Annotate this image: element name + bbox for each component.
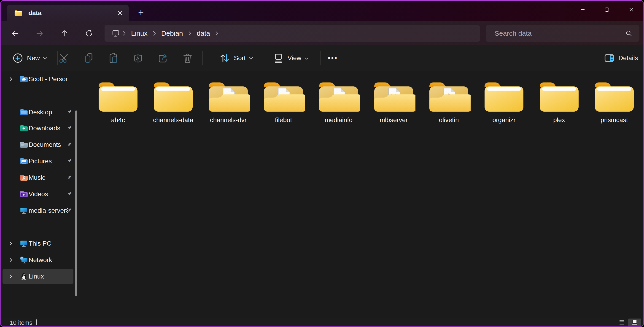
tab-title: data xyxy=(28,9,42,17)
new-tab-button[interactable]: + xyxy=(134,5,148,20)
chevron-down-icon xyxy=(304,57,308,59)
details-view-button[interactable] xyxy=(616,319,628,326)
sidebar-item-documents[interactable]: Documents xyxy=(2,137,74,152)
search-icon[interactable] xyxy=(625,30,632,37)
sidebar-section-divider xyxy=(11,227,72,227)
close-icon[interactable]: ✕ xyxy=(112,5,128,21)
chevron-right-icon[interactable] xyxy=(188,31,192,36)
arrow-up-icon xyxy=(60,29,68,37)
rename-button[interactable]: A xyxy=(130,45,146,71)
view-toggles xyxy=(616,318,641,327)
more-options-button[interactable]: ••• xyxy=(324,45,342,71)
sidebar-item-label: Documents xyxy=(28,141,61,148)
sidebar-item-videos[interactable]: Videos xyxy=(2,187,74,201)
details-pane-icon xyxy=(603,52,615,64)
folder-icon xyxy=(152,79,195,114)
folder-icon xyxy=(317,79,360,114)
folder-tile[interactable]: channels-data xyxy=(148,79,198,133)
sidebar-item-this-pc[interactable]: This PC xyxy=(2,236,74,251)
close-button[interactable] xyxy=(619,1,643,18)
downloads-folder-icon xyxy=(20,124,28,132)
status-divider xyxy=(36,320,37,325)
folder-tile[interactable]: olivetin xyxy=(424,79,474,133)
breadcrumb[interactable]: Linux Debian data xyxy=(104,25,480,42)
navigation-pane: Scott - Personal Desktop Downloads xyxy=(1,71,82,320)
maximize-button[interactable] xyxy=(595,1,619,18)
files-area[interactable]: ah4c xyxy=(82,71,644,320)
chevron-right-icon[interactable] xyxy=(8,274,13,279)
tab-data[interactable]: data ✕ xyxy=(7,5,129,21)
folder-tile[interactable]: mlbserver xyxy=(368,79,419,133)
breadcrumb-item-linux[interactable]: Linux xyxy=(131,29,148,37)
folder-tile[interactable]: ah4c xyxy=(93,79,143,133)
forward-button[interactable] xyxy=(32,25,48,41)
pin-icon xyxy=(66,125,72,132)
chevron-right-icon xyxy=(122,31,126,36)
documents-folder-icon xyxy=(20,141,28,149)
folder-name: ah4c xyxy=(111,116,125,124)
folder-tile[interactable]: mediainfo xyxy=(314,79,364,133)
folder-tile[interactable]: plex xyxy=(534,79,584,133)
sidebar-item-media-server[interactable]: media-server8 xyxy=(2,203,74,218)
paste-button[interactable] xyxy=(106,45,121,71)
circle-plus-icon xyxy=(12,52,24,64)
new-button[interactable]: New xyxy=(9,45,50,71)
chevron-right-icon[interactable] xyxy=(8,77,13,81)
cut-button[interactable] xyxy=(56,45,72,71)
chevron-right-icon[interactable] xyxy=(8,241,13,246)
back-button[interactable] xyxy=(7,25,23,41)
close-icon xyxy=(628,6,634,13)
network-icon xyxy=(20,256,28,264)
sidebar-item-linux[interactable]: Linux xyxy=(2,269,74,284)
sidebar-item-label: Videos xyxy=(28,191,48,198)
sidebar-item-downloads[interactable]: Downloads xyxy=(2,121,74,136)
chevron-right-icon[interactable] xyxy=(215,31,219,36)
sidebar-item-label: Network xyxy=(28,256,52,264)
status-bar: 10 items xyxy=(1,318,643,326)
new-button-label: New xyxy=(27,54,40,62)
details-button[interactable]: Details xyxy=(598,45,643,71)
sidebar-item-onedrive[interactable]: Scott - Personal xyxy=(2,72,74,86)
items-count: 10 items xyxy=(10,319,32,326)
sidebar-item-label: This PC xyxy=(28,240,52,247)
pin-icon xyxy=(66,158,72,165)
desktop-folder-icon xyxy=(20,108,28,116)
folder-tile[interactable]: filebot xyxy=(258,79,308,133)
search-input[interactable] xyxy=(494,29,613,37)
sidebar-item-music[interactable]: Music xyxy=(2,170,74,185)
copy-button[interactable] xyxy=(81,45,96,71)
sidebar-item-desktop[interactable]: Desktop xyxy=(2,105,74,120)
folder-name: organizr xyxy=(492,116,516,124)
sort-button[interactable]: Sort xyxy=(211,45,260,71)
view-button[interactable]: View xyxy=(264,45,317,71)
chevron-right-icon[interactable] xyxy=(8,258,13,262)
refresh-button[interactable] xyxy=(81,25,97,41)
delete-button[interactable] xyxy=(180,45,195,71)
sidebar-item-pictures[interactable]: Pictures xyxy=(2,154,74,169)
up-button[interactable] xyxy=(56,25,72,41)
chevron-down-icon xyxy=(249,57,253,59)
large-icons-view-button[interactable] xyxy=(628,319,641,326)
folder-tile[interactable]: prismcast xyxy=(589,79,640,133)
toolbar-separator xyxy=(202,51,203,65)
search-box[interactable] xyxy=(486,25,640,42)
plus-icon: + xyxy=(138,7,144,18)
folder-name: filebot xyxy=(275,116,292,124)
sidebar-item-network[interactable]: Network xyxy=(2,253,74,267)
sidebar-scrollbar[interactable] xyxy=(75,110,77,296)
rename-icon: A xyxy=(132,52,144,64)
copy-icon xyxy=(83,52,95,64)
sidebar-section-divider xyxy=(11,95,72,95)
share-button[interactable] xyxy=(155,45,171,71)
folder-tile[interactable]: organizr xyxy=(479,79,529,133)
window-controls xyxy=(570,1,643,18)
breadcrumb-item-debian[interactable]: Debian xyxy=(161,29,183,37)
folder-tile[interactable]: channels-dvr xyxy=(203,79,254,133)
minimize-button[interactable] xyxy=(570,1,595,18)
chevron-right-icon[interactable] xyxy=(152,31,156,36)
folder-icon xyxy=(206,79,250,114)
sort-button-label: Sort xyxy=(234,54,246,62)
breadcrumb-item-data[interactable]: data xyxy=(197,29,210,37)
paste-icon xyxy=(108,52,120,64)
folder-icon xyxy=(592,79,636,114)
